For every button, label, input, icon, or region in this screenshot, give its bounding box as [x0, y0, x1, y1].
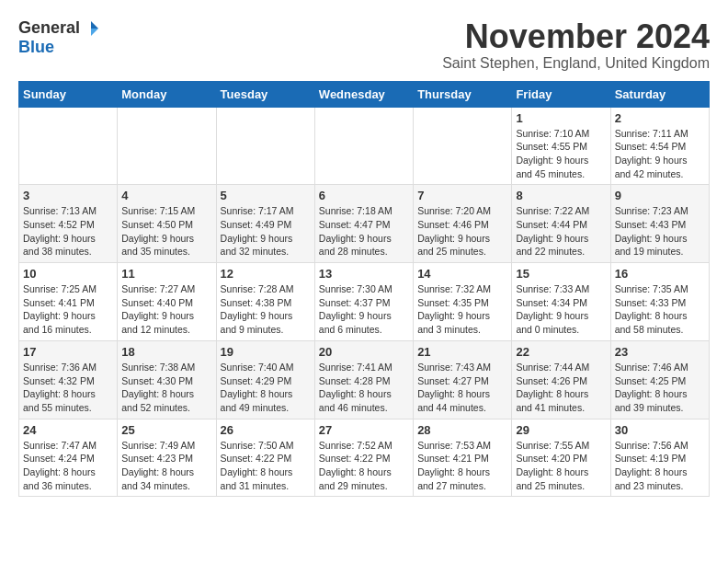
calendar-cell: 23Sunrise: 7:46 AM Sunset: 4:25 PM Dayli…	[610, 340, 709, 419]
day-number: 11	[121, 267, 211, 281]
day-number: 21	[417, 345, 507, 359]
day-info: Sunrise: 7:33 AM Sunset: 4:34 PM Dayligh…	[516, 282, 606, 337]
day-info: Sunrise: 7:32 AM Sunset: 4:35 PM Dayligh…	[417, 282, 507, 337]
day-info: Sunrise: 7:22 AM Sunset: 4:44 PM Dayligh…	[516, 204, 606, 259]
calendar-body: 1Sunrise: 7:10 AM Sunset: 4:55 PM Daylig…	[19, 107, 710, 497]
calendar-cell: 13Sunrise: 7:30 AM Sunset: 4:37 PM Dayli…	[314, 263, 413, 341]
day-number: 10	[23, 267, 113, 281]
calendar-week-row: 3Sunrise: 7:13 AM Sunset: 4:52 PM Daylig…	[19, 185, 710, 263]
calendar-cell: 25Sunrise: 7:49 AM Sunset: 4:23 PM Dayli…	[118, 419, 216, 497]
day-number: 16	[615, 267, 705, 281]
day-info: Sunrise: 7:55 AM Sunset: 4:20 PM Dayligh…	[516, 439, 606, 493]
calendar-cell: 15Sunrise: 7:33 AM Sunset: 4:34 PM Dayli…	[512, 263, 610, 341]
day-info: Sunrise: 7:36 AM Sunset: 4:32 PM Dayligh…	[23, 361, 113, 415]
day-number: 30	[615, 423, 705, 437]
day-info: Sunrise: 7:53 AM Sunset: 4:21 PM Dayligh…	[417, 439, 507, 493]
calendar-cell: 10Sunrise: 7:25 AM Sunset: 4:41 PM Dayli…	[19, 263, 118, 341]
calendar-cell: 3Sunrise: 7:13 AM Sunset: 4:52 PM Daylig…	[19, 185, 118, 263]
day-number: 2	[615, 111, 705, 125]
logo: General Blue	[18, 18, 100, 57]
calendar-cell: 29Sunrise: 7:55 AM Sunset: 4:20 PM Dayli…	[512, 419, 610, 497]
day-info: Sunrise: 7:49 AM Sunset: 4:23 PM Dayligh…	[121, 439, 211, 493]
calendar-cell	[118, 107, 216, 185]
day-number: 8	[516, 189, 606, 202]
day-number: 20	[319, 345, 409, 359]
calendar-cell: 4Sunrise: 7:15 AM Sunset: 4:50 PM Daylig…	[118, 185, 216, 263]
calendar-cell: 17Sunrise: 7:36 AM Sunset: 4:32 PM Dayli…	[19, 340, 118, 419]
day-info: Sunrise: 7:47 AM Sunset: 4:24 PM Dayligh…	[23, 439, 113, 493]
day-number: 12	[221, 267, 311, 281]
logo-flag-icon	[82, 19, 100, 38]
calendar-cell: 20Sunrise: 7:41 AM Sunset: 4:28 PM Dayli…	[314, 340, 413, 419]
calendar-cell: 12Sunrise: 7:28 AM Sunset: 4:38 PM Dayli…	[216, 263, 314, 341]
day-number: 6	[319, 189, 409, 202]
day-info: Sunrise: 7:17 AM Sunset: 4:49 PM Dayligh…	[221, 204, 311, 259]
calendar-cell: 24Sunrise: 7:47 AM Sunset: 4:24 PM Dayli…	[19, 419, 118, 497]
day-number: 3	[23, 189, 113, 202]
calendar-cell: 2Sunrise: 7:11 AM Sunset: 4:54 PM Daylig…	[610, 107, 709, 185]
weekday-header: Wednesday	[314, 81, 413, 107]
calendar-cell: 26Sunrise: 7:50 AM Sunset: 4:22 PM Dayli…	[216, 419, 314, 497]
logo-blue-text: Blue	[18, 38, 54, 57]
calendar-table: SundayMondayTuesdayWednesdayThursdayFrid…	[18, 81, 710, 498]
title-section: November 2024 Saint Stephen, England, Un…	[442, 18, 710, 72]
day-info: Sunrise: 7:56 AM Sunset: 4:19 PM Dayligh…	[615, 439, 705, 493]
day-number: 29	[516, 423, 606, 437]
day-number: 9	[615, 189, 705, 202]
calendar-cell	[216, 107, 314, 185]
day-info: Sunrise: 7:25 AM Sunset: 4:41 PM Dayligh…	[23, 282, 113, 337]
weekday-header: Sunday	[19, 81, 118, 107]
calendar-cell: 11Sunrise: 7:27 AM Sunset: 4:40 PM Dayli…	[118, 263, 216, 341]
day-info: Sunrise: 7:41 AM Sunset: 4:28 PM Dayligh…	[319, 361, 409, 415]
calendar-cell: 6Sunrise: 7:18 AM Sunset: 4:47 PM Daylig…	[314, 185, 413, 263]
day-info: Sunrise: 7:13 AM Sunset: 4:52 PM Dayligh…	[23, 204, 113, 259]
day-number: 18	[121, 345, 211, 359]
day-number: 26	[221, 423, 311, 437]
weekday-header: Thursday	[414, 81, 512, 107]
calendar-cell: 22Sunrise: 7:44 AM Sunset: 4:26 PM Dayli…	[512, 340, 610, 419]
day-number: 1	[516, 111, 606, 125]
day-number: 28	[417, 423, 507, 437]
calendar-week-row: 10Sunrise: 7:25 AM Sunset: 4:41 PM Dayli…	[19, 263, 710, 341]
day-number: 23	[615, 345, 705, 359]
calendar-cell	[414, 107, 512, 185]
header: General Blue November 2024 Saint Stephen…	[18, 18, 710, 72]
calendar-cell	[314, 107, 413, 185]
day-info: Sunrise: 7:35 AM Sunset: 4:33 PM Dayligh…	[615, 282, 705, 337]
calendar-cell: 14Sunrise: 7:32 AM Sunset: 4:35 PM Dayli…	[414, 263, 512, 341]
day-info: Sunrise: 7:50 AM Sunset: 4:22 PM Dayligh…	[221, 439, 311, 493]
calendar-cell	[19, 107, 118, 185]
day-info: Sunrise: 7:30 AM Sunset: 4:37 PM Dayligh…	[319, 282, 409, 337]
day-number: 17	[23, 345, 113, 359]
location-subtitle: Saint Stephen, England, United Kingdom	[442, 55, 710, 72]
calendar-cell: 18Sunrise: 7:38 AM Sunset: 4:30 PM Dayli…	[118, 340, 216, 419]
calendar-week-row: 17Sunrise: 7:36 AM Sunset: 4:32 PM Dayli…	[19, 340, 710, 419]
weekday-header: Monday	[118, 81, 216, 107]
day-info: Sunrise: 7:27 AM Sunset: 4:40 PM Dayligh…	[121, 282, 211, 337]
day-info: Sunrise: 7:20 AM Sunset: 4:46 PM Dayligh…	[417, 204, 507, 259]
calendar-header-row: SundayMondayTuesdayWednesdayThursdayFrid…	[19, 81, 710, 107]
day-info: Sunrise: 7:10 AM Sunset: 4:55 PM Dayligh…	[516, 127, 606, 181]
day-number: 14	[417, 267, 507, 281]
day-number: 4	[121, 189, 211, 202]
day-number: 5	[221, 189, 311, 202]
calendar-cell: 1Sunrise: 7:10 AM Sunset: 4:55 PM Daylig…	[512, 107, 610, 185]
day-number: 13	[319, 267, 409, 281]
logo-general-text: General	[18, 18, 80, 38]
calendar-cell: 5Sunrise: 7:17 AM Sunset: 4:49 PM Daylig…	[216, 185, 314, 263]
day-info: Sunrise: 7:23 AM Sunset: 4:43 PM Dayligh…	[615, 204, 705, 259]
day-number: 15	[516, 267, 606, 281]
svg-marker-1	[91, 29, 98, 36]
day-info: Sunrise: 7:52 AM Sunset: 4:22 PM Dayligh…	[319, 439, 409, 493]
svg-marker-0	[91, 21, 98, 29]
day-info: Sunrise: 7:38 AM Sunset: 4:30 PM Dayligh…	[121, 361, 211, 415]
calendar-cell: 21Sunrise: 7:43 AM Sunset: 4:27 PM Dayli…	[414, 340, 512, 419]
weekday-header: Tuesday	[216, 81, 314, 107]
weekday-header: Friday	[512, 81, 610, 107]
calendar-cell: 9Sunrise: 7:23 AM Sunset: 4:43 PM Daylig…	[610, 185, 709, 263]
day-number: 24	[23, 423, 113, 437]
month-title: November 2024	[442, 18, 710, 55]
day-info: Sunrise: 7:15 AM Sunset: 4:50 PM Dayligh…	[121, 204, 211, 259]
calendar-cell: 19Sunrise: 7:40 AM Sunset: 4:29 PM Dayli…	[216, 340, 314, 419]
weekday-header: Saturday	[610, 81, 709, 107]
